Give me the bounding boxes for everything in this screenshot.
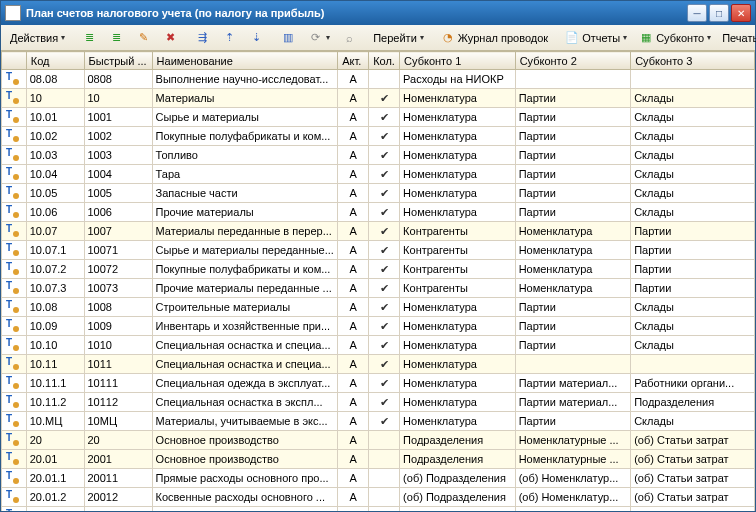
edit-button[interactable]: ✎ bbox=[130, 27, 156, 49]
table-row[interactable]: 10.051005Запасные частиА✔НоменклатураПар… bbox=[2, 184, 755, 203]
table-row[interactable]: 10.101010Специальная оснастка и специа..… bbox=[2, 336, 755, 355]
cell-icon bbox=[2, 70, 27, 89]
cell-s3 bbox=[631, 355, 755, 374]
cell-icon bbox=[2, 222, 27, 241]
table-row[interactable]: 2020Основное производствоАПодразделенияН… bbox=[2, 431, 755, 450]
cell-s1: Номенклатура bbox=[400, 412, 516, 431]
col-name[interactable]: Наименование bbox=[152, 52, 338, 70]
filter-icon: ▥ bbox=[280, 30, 296, 46]
refresh-button[interactable]: ⟳▾ bbox=[302, 27, 335, 49]
cell-s1: Номенклатура bbox=[400, 336, 516, 355]
table-row[interactable]: 10.021002Покупные полуфабрикаты и ком...… bbox=[2, 127, 755, 146]
table-row[interactable]: 10.07.210072Покупные полуфабрикаты и ком… bbox=[2, 260, 755, 279]
col-icon[interactable] bbox=[2, 52, 27, 70]
goto-menu[interactable]: Перейти▾ bbox=[368, 27, 429, 49]
table-row[interactable]: 10.041004ТараА✔НоменклатураПартииСклады bbox=[2, 165, 755, 184]
hierarchy-button[interactable]: ⇶ bbox=[189, 27, 215, 49]
col-fast[interactable]: Быстрый ... bbox=[84, 52, 152, 70]
move-down-button[interactable]: ⇣ bbox=[243, 27, 269, 49]
cell-code: 20.01 bbox=[26, 450, 84, 469]
move-up-button[interactable]: ⇡ bbox=[216, 27, 242, 49]
account-icon bbox=[5, 147, 19, 161]
cell-s3 bbox=[631, 70, 755, 89]
account-icon bbox=[5, 470, 19, 484]
col-qty[interactable]: Кол. bbox=[369, 52, 400, 70]
close-button[interactable]: ✕ bbox=[731, 4, 751, 22]
actions-label: Действия bbox=[10, 32, 58, 44]
table-row[interactable]: 10.11.110111Специальная одежда в эксплуа… bbox=[2, 374, 755, 393]
table-row[interactable]: 10.081008Строительные материалыА✔Номенкл… bbox=[2, 298, 755, 317]
cell-qty: ✔ bbox=[369, 184, 400, 203]
account-icon bbox=[5, 299, 19, 313]
cell-s2: Партии bbox=[515, 412, 631, 431]
cell-qty: ✔ bbox=[369, 374, 400, 393]
chevron-down-icon: ▾ bbox=[326, 33, 330, 42]
check-icon: ✔ bbox=[380, 168, 389, 180]
maximize-button[interactable]: □ bbox=[709, 4, 729, 22]
find-button[interactable]: ⌕ bbox=[336, 27, 362, 49]
cell-act: А bbox=[338, 108, 369, 127]
cell-icon bbox=[2, 336, 27, 355]
cell-s2 bbox=[515, 70, 631, 89]
filter-button[interactable]: ▥ bbox=[275, 27, 301, 49]
account-icon bbox=[5, 489, 19, 503]
cell-code: 10.08 bbox=[26, 298, 84, 317]
col-s1[interactable]: Субконто 1 bbox=[400, 52, 516, 70]
account-icon bbox=[5, 451, 19, 465]
cell-name: Сырье и материалы переданные... bbox=[152, 241, 338, 260]
cell-icon bbox=[2, 469, 27, 488]
table-row[interactable]: 20.022002Производство продукции из дав..… bbox=[2, 507, 755, 512]
chevron-down-icon: ▾ bbox=[707, 33, 711, 42]
col-s2[interactable]: Субконто 2 bbox=[515, 52, 631, 70]
cell-act: А bbox=[338, 279, 369, 298]
cell-code: 10.04 bbox=[26, 165, 84, 184]
subkonto-label: Субконто bbox=[656, 32, 704, 44]
cell-s1: Расходы на НИОКР bbox=[400, 70, 516, 89]
table-row[interactable]: 20.01.220012Косвенные расходы основного … bbox=[2, 488, 755, 507]
col-s3[interactable]: Субконто 3 bbox=[631, 52, 755, 70]
table-row[interactable]: 10.07.310073Прочие материалы переданные … bbox=[2, 279, 755, 298]
table-row[interactable]: 10.07.110071Сырье и материалы переданные… bbox=[2, 241, 755, 260]
cell-fast: 1005 bbox=[84, 184, 152, 203]
check-icon: ✔ bbox=[380, 415, 389, 427]
delete-button[interactable]: ✖ bbox=[157, 27, 183, 49]
table-row[interactable]: 20.012001Основное производствоАПодраздел… bbox=[2, 450, 755, 469]
add-button[interactable]: ≣ bbox=[76, 27, 102, 49]
col-act[interactable]: Акт. bbox=[338, 52, 369, 70]
account-icon bbox=[5, 185, 19, 199]
cell-icon bbox=[2, 412, 27, 431]
check-icon: ✔ bbox=[380, 301, 389, 313]
table-row[interactable]: 10.111011Специальная оснастка и специа..… bbox=[2, 355, 755, 374]
cell-s1: Номенклатура bbox=[400, 355, 516, 374]
table-row[interactable]: 10.031003ТопливоА✔НоменклатураПартииСкла… bbox=[2, 146, 755, 165]
reports-menu[interactable]: 📄Отчеты▾ bbox=[559, 27, 632, 49]
cell-fast: 20012 bbox=[84, 488, 152, 507]
table-row[interactable]: 10.11.210112Специальная оснастка в экспл… bbox=[2, 393, 755, 412]
journal-button[interactable]: ◔Журнал проводок bbox=[435, 27, 553, 49]
edit-icon: ✎ bbox=[135, 30, 151, 46]
cell-name: Покупные полуфабрикаты и ком... bbox=[152, 127, 338, 146]
cell-s3: Работники органи... bbox=[631, 374, 755, 393]
cell-icon bbox=[2, 241, 27, 260]
account-icon bbox=[5, 128, 19, 142]
table-row[interactable]: 10.011001Сырье и материалыА✔Номенклатура… bbox=[2, 108, 755, 127]
table-row[interactable]: 10.071007Материалы переданные в перер...… bbox=[2, 222, 755, 241]
table-row[interactable]: 10.091009Инвентарь и хозяйственные при..… bbox=[2, 317, 755, 336]
table-row[interactable]: 08.080808Выполнение научно-исследоват...… bbox=[2, 70, 755, 89]
subkonto-menu[interactable]: ▦Субконто▾ bbox=[633, 27, 716, 49]
check-icon: ✔ bbox=[380, 187, 389, 199]
table-row[interactable]: 10.МЦ10МЦМатериалы, учитываемые в экс...… bbox=[2, 412, 755, 431]
add-sub-button[interactable]: ≣ bbox=[103, 27, 129, 49]
cell-name: Специальная оснастка в экспл... bbox=[152, 393, 338, 412]
print-menu[interactable]: Печать▾ bbox=[717, 27, 756, 49]
chevron-down-icon: ▾ bbox=[623, 33, 627, 42]
minimize-button[interactable]: ─ bbox=[687, 4, 707, 22]
table-row[interactable]: 20.01.120011Прямые расходы основного про… bbox=[2, 469, 755, 488]
grid[interactable]: КодБыстрый ...НаименованиеАкт.Кол.Субкон… bbox=[1, 51, 755, 511]
cell-qty: ✔ bbox=[369, 412, 400, 431]
chevron-down-icon: ▾ bbox=[420, 33, 424, 42]
col-code[interactable]: Код bbox=[26, 52, 84, 70]
table-row[interactable]: 1010МатериалыА✔НоменклатураПартииСклады bbox=[2, 89, 755, 108]
table-row[interactable]: 10.061006Прочие материалыА✔НоменклатураП… bbox=[2, 203, 755, 222]
actions-menu[interactable]: Действия▾ bbox=[5, 27, 70, 49]
